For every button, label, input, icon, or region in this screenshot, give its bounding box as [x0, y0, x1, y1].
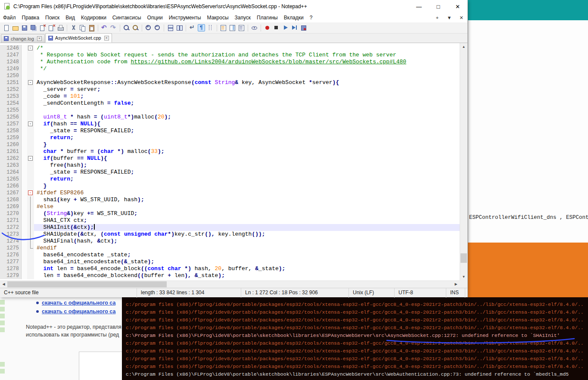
status-eol-format[interactable]: Unix (LF)	[349, 288, 395, 298]
close-button[interactable]: ✕	[448, 0, 467, 13]
maximize-button[interactable]: □	[429, 0, 448, 13]
macro-play-icon[interactable]	[282, 24, 289, 31]
download-link[interactable]: скачать с официального са	[42, 308, 115, 315]
code-line[interactable]: 1271 SHA1_CTX ctx;	[0, 217, 460, 224]
code-text[interactable]: #ifdef ESP8266	[34, 190, 460, 196]
code-text[interactable]: int len = base64_encode_block((const cha…	[34, 265, 460, 272]
code-text[interactable]: return;	[34, 176, 460, 183]
code-text[interactable]: _state = RESPONSE_FAILED;	[34, 169, 460, 176]
scroll-right-arrow-icon[interactable]: ▶	[452, 281, 460, 288]
fold-margin[interactable]	[27, 217, 34, 224]
find-icon[interactable]	[123, 24, 130, 31]
save-icon[interactable]	[21, 24, 28, 31]
macro-save-icon[interactable]	[300, 24, 307, 31]
code-text[interactable]: _sendContentLength = false;	[34, 100, 460, 107]
undo-icon[interactable]	[101, 24, 108, 31]
code-line[interactable]: 1250	[0, 72, 460, 79]
scroll-left-arrow-icon[interactable]: ◀	[0, 281, 7, 288]
fold-margin[interactable]	[27, 210, 34, 217]
copy-icon[interactable]	[79, 24, 86, 31]
document-list-icon[interactable]	[238, 24, 245, 31]
code-text[interactable]: SHA1Update(&ctx, (const unsigned char*)k…	[34, 231, 460, 238]
code-line[interactable]: 1277 base64_init_encodestate(&_state);	[0, 259, 460, 265]
fold-margin[interactable]	[27, 265, 34, 272]
fold-margin[interactable]	[27, 86, 34, 93]
code-line[interactable]: 1249 */	[0, 65, 460, 72]
scroll-down-arrow-icon[interactable]: ▼	[460, 273, 467, 280]
code-line[interactable]: 1252 _server = server;	[0, 86, 460, 93]
close-all-icon[interactable]	[48, 24, 55, 31]
fold-margin[interactable]	[27, 100, 34, 107]
code-text[interactable]: SHA1_CTX ctx;	[34, 217, 460, 224]
code-text[interactable]: len = base64_encode_blockend((buffer + l…	[34, 272, 460, 279]
macro-run-multiple-icon[interactable]	[291, 24, 298, 31]
code-line[interactable]: 1278 int len = base64_encode_block((cons…	[0, 265, 460, 272]
menu-item-Правка[interactable]: Правка	[19, 13, 43, 22]
fold-margin[interactable]	[27, 93, 34, 100]
code-text[interactable]: base64_init_encodestate(&_state);	[34, 259, 460, 265]
code-text[interactable]: free(hash);	[34, 162, 460, 169]
horizontal-scroll-thumb[interactable]	[7, 281, 167, 287]
indent-guide-icon[interactable]	[207, 24, 214, 31]
fold-margin[interactable]	[27, 176, 34, 183]
cut-icon[interactable]	[70, 24, 77, 31]
code-text[interactable]: * Response to Web Socket request - sends…	[34, 52, 460, 59]
code-line[interactable]: 1272 SHA1Init(&ctx);	[0, 224, 460, 231]
function-list-icon[interactable]	[220, 24, 227, 31]
wrap-icon[interactable]	[189, 24, 196, 31]
fold-margin[interactable]	[27, 162, 34, 169]
code-text[interactable]	[34, 107, 460, 114]
menu-item-Вид[interactable]: Вид	[62, 13, 78, 22]
fold-margin[interactable]: -	[27, 79, 34, 86]
zoom-in-icon[interactable]	[145, 24, 152, 31]
print-icon[interactable]	[57, 24, 64, 31]
close-icon[interactable]	[39, 24, 46, 31]
code-line[interactable]: 1247 * Response to Web Socket request - …	[0, 52, 460, 59]
menu-item-Инструменты[interactable]: Инструменты	[166, 13, 204, 22]
menu-item-Синтаксисы[interactable]: Синтаксисы	[109, 13, 144, 22]
replace-icon[interactable]	[132, 24, 139, 31]
code-line[interactable]: 1264 _state = RESPONSE_FAILED;	[0, 169, 460, 176]
fold-margin[interactable]: -	[27, 121, 34, 128]
code-text[interactable]: (String&)key += WS_STR_UUID;	[34, 210, 460, 217]
code-text[interactable]: SHA1Final(hash, &ctx);	[34, 238, 460, 245]
status-insert-mode[interactable]: INS	[446, 288, 465, 298]
code-text[interactable]: if(hash == NULL){	[34, 121, 460, 128]
zoom-out-icon[interactable]	[154, 24, 161, 31]
code-line[interactable]: 1253 _code = 101;	[0, 93, 460, 100]
code-editor[interactable]: 1246-/*1247 * Response to Web Socket req…	[0, 43, 460, 280]
fold-margin[interactable]	[27, 169, 34, 176]
code-text[interactable]	[34, 72, 460, 79]
code-text[interactable]: #else	[34, 203, 460, 210]
sync-horizontal-icon[interactable]	[176, 24, 183, 31]
redo-icon[interactable]	[110, 24, 117, 31]
fold-margin[interactable]	[27, 148, 34, 155]
show-all-characters-icon[interactable]	[198, 24, 205, 31]
paste-icon[interactable]	[88, 24, 95, 31]
code-text[interactable]: _server = server;	[34, 86, 460, 93]
tab-AsyncWebSocket.cpp[interactable]: AsyncWebSocket.cpp×	[45, 33, 112, 43]
fold-margin[interactable]	[27, 272, 34, 279]
fold-margin[interactable]: -	[27, 45, 34, 52]
code-line[interactable]: 1254 _sendContentLength = false;	[0, 100, 460, 107]
code-line[interactable]: 1251-AsyncWebSocketResponse::AsyncWebSoc…	[0, 79, 460, 86]
menu-item-Кодировки[interactable]: Кодировки	[78, 13, 109, 22]
menu-item-Плагины[interactable]: Плагины	[254, 13, 281, 22]
close-tab-button[interactable]: ✕	[458, 15, 465, 21]
vertical-scroll-thumb[interactable]	[460, 253, 467, 263]
code-line[interactable]: 1262- if(buffer == NULL){	[0, 155, 460, 162]
fold-margin[interactable]	[27, 196, 34, 203]
menu-item-Опции[interactable]: Опции	[144, 13, 166, 22]
code-text[interactable]: SHA1Init(&ctx);	[34, 224, 460, 231]
code-line[interactable]: 1246-/*	[0, 45, 460, 52]
code-text[interactable]: return;	[34, 134, 460, 141]
tab-close-icon[interactable]: ×	[37, 36, 42, 41]
title-bar[interactable]: C:\Program Files (x86)\FLProg\ideV8\port…	[0, 0, 467, 13]
tab-change.log[interactable]: change.log×	[1, 34, 45, 43]
menu-item-Запуск[interactable]: Запуск	[232, 13, 254, 22]
code-text[interactable]: #endif	[34, 245, 460, 252]
code-text[interactable]: */	[34, 65, 460, 72]
fold-margin[interactable]	[27, 231, 34, 238]
fold-margin[interactable]: -	[27, 190, 34, 196]
code-text[interactable]: /*	[34, 45, 460, 52]
